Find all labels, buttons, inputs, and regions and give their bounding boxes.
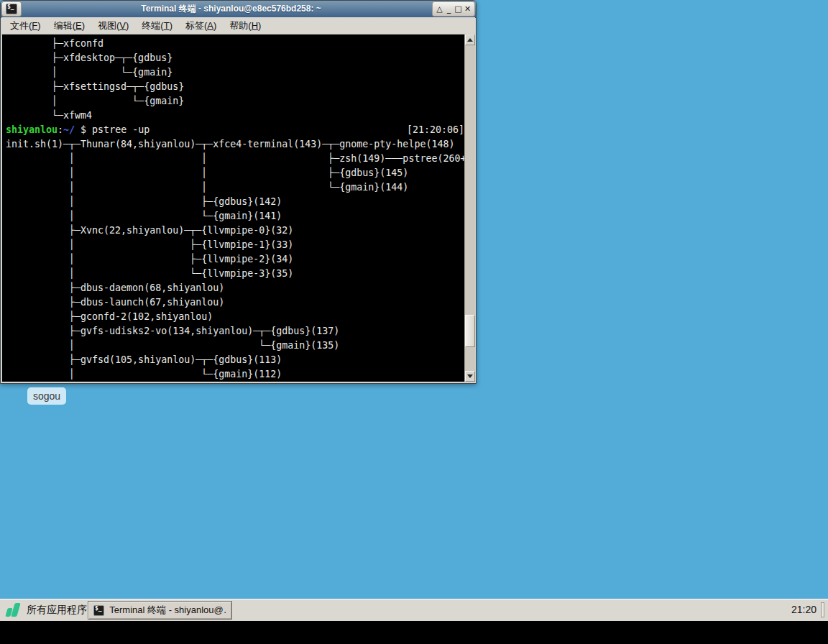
- minimize-button[interactable]: _: [445, 2, 453, 16]
- window-title: Terminal 终端 - shiyanlou@e8ec576bd258: ~: [29, 1, 433, 17]
- menu-edit-accel: E: [75, 20, 82, 31]
- maximize-button[interactable]: □: [454, 2, 462, 16]
- menu-view-close: ): [126, 20, 129, 31]
- taskbar: 所有应用程序 $_ Terminal 终端 - shiyanlou@… 21:2…: [0, 599, 828, 621]
- menu-terminal-close: ): [170, 20, 172, 31]
- menu-terminal[interactable]: 终端(T): [142, 19, 172, 32]
- titlebar[interactable]: $_ Terminal 终端 - shiyanlou@e8ec576bd258:…: [1, 1, 476, 18]
- terminal-task-icon-glyph: $_: [95, 605, 102, 612]
- terminal-screen[interactable]: ├─xfconfd ├─xfdesktop─┬─{gdbus} │ └─{gma…: [2, 34, 464, 382]
- scrollbar-thumb[interactable]: [465, 315, 475, 347]
- close-button[interactable]: ✕: [464, 2, 472, 16]
- window-menu-button[interactable]: $_: [1, 1, 22, 17]
- scroll-up-button[interactable]: [465, 34, 475, 45]
- menu-edit-close: ): [82, 20, 85, 31]
- menu-edit-label: 编辑(: [54, 20, 75, 31]
- screen-bottom-strip: [0, 621, 828, 644]
- window-controls: △ _ □ ✕: [432, 1, 475, 17]
- terminal-app-icon: $_: [6, 4, 17, 14]
- menu-tabs-label: 标签(: [185, 20, 207, 31]
- all-applications-label: 所有应用程序: [27, 604, 87, 617]
- shade-button[interactable]: △: [436, 2, 443, 16]
- prompt-timestamp: [21:20:06]: [407, 123, 464, 137]
- terminal-task-icon: $_: [93, 605, 104, 616]
- sogou-input-method-badge[interactable]: sogou: [27, 387, 66, 405]
- arrow-up-icon: [467, 38, 473, 42]
- menu-file-label: 文件(: [10, 20, 32, 31]
- menu-file[interactable]: 文件(F): [10, 19, 41, 32]
- menu-help-label: 帮助(: [229, 20, 251, 31]
- terminal-app-icon-glyph: $_: [7, 4, 14, 11]
- menu-edit[interactable]: 编辑(E): [54, 19, 85, 32]
- arrow-down-icon: [467, 374, 473, 378]
- taskbar-item-label: Terminal 终端 - shiyanlou@…: [109, 604, 226, 617]
- prompt-path: ~/: [63, 123, 75, 137]
- menu-tabs-accel: A: [207, 20, 213, 31]
- menu-help[interactable]: 帮助(H): [229, 19, 261, 32]
- prompt-separator: :: [58, 123, 63, 137]
- menu-view[interactable]: 视图(V): [98, 19, 129, 32]
- panel-grip-handle[interactable]: [821, 602, 824, 617]
- menu-view-label: 视图(: [98, 20, 119, 31]
- menu-file-close: ): [37, 20, 40, 31]
- menu-tabs-close: ): [213, 20, 216, 31]
- all-applications-button[interactable]: 所有应用程序: [0, 599, 94, 621]
- menu-help-accel: H: [252, 20, 258, 31]
- prompt-line: shiyanlou:~/ $ pstree -up[21:20:06]: [6, 123, 464, 137]
- prompt-username: shiyanlou: [6, 123, 58, 137]
- prompt-command: $ pstree -up: [75, 123, 150, 137]
- terminal-window: $_ Terminal 终端 - shiyanlou@e8ec576bd258:…: [0, 0, 477, 384]
- menu-tabs[interactable]: 标签(A): [185, 19, 216, 32]
- menu-view-accel: V: [119, 20, 126, 31]
- terminal-output-top: ├─xfconfd ├─xfdesktop─┬─{gdbus} │ └─{gma…: [6, 37, 464, 123]
- scrollbar[interactable]: [464, 34, 475, 382]
- menu-terminal-label: 终端(: [142, 20, 163, 31]
- terminal-output-pstree: init.sh(1)─┬─Thunar(84,shiyanlou)─┬─xfce…: [6, 137, 464, 382]
- scroll-down-button[interactable]: [465, 371, 475, 382]
- menu-bar: 文件(F) 编辑(E) 视图(V) 终端(T) 标签(A) 帮助(H): [1, 17, 475, 34]
- panel-clock: 21:20: [791, 599, 816, 621]
- menu-help-close: ): [258, 20, 261, 31]
- menu-terminal-accel: T: [164, 20, 170, 31]
- taskbar-item-terminal[interactable]: $_ Terminal 终端 - shiyanlou@…: [88, 601, 232, 620]
- logo-leaf-right: [11, 603, 20, 617]
- shiyanlou-logo-icon: [4, 601, 21, 619]
